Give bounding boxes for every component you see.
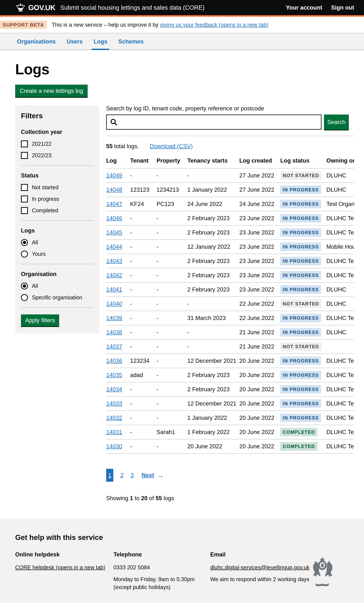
log-created-cell: 20 June 2022 xyxy=(239,443,280,450)
checkbox-icon[interactable] xyxy=(21,140,28,147)
your-account-link[interactable]: Your account xyxy=(286,4,322,11)
footer-telephone-column: Telephone 0333 202 5084 Monday to Friday… xyxy=(113,551,210,591)
owning-organisation-cell: DLUHC Tes xyxy=(326,315,354,321)
checkbox-icon[interactable] xyxy=(21,184,28,191)
status-badge: IN PROGRESS xyxy=(280,186,321,194)
table-row: 14042 - - 2 February 2023 23 June 2022 I… xyxy=(106,268,354,283)
log-id-link[interactable]: 14035 xyxy=(106,372,122,378)
log-id-link[interactable]: 14034 xyxy=(106,386,122,393)
filters-divider xyxy=(21,220,94,221)
checkbox-completed[interactable]: Completed xyxy=(21,207,94,214)
search-input[interactable] xyxy=(106,115,322,130)
create-lettings-log-button[interactable]: Create a new lettings log xyxy=(15,85,88,97)
status-badge: IN PROGRESS xyxy=(280,314,321,322)
nav-item-organisations[interactable]: Organisations xyxy=(15,33,58,50)
log-id-link[interactable]: 14037 xyxy=(106,343,122,350)
filters-panel: Filters Collection year 2021/22 2022/23 … xyxy=(15,105,99,334)
results-section: Search by log ID, tenant code, property … xyxy=(106,105,354,501)
log-id-link[interactable]: 14041 xyxy=(106,286,122,293)
total-logs-suffix: total logs. xyxy=(113,143,139,149)
log-id-link[interactable]: 14045 xyxy=(106,229,122,236)
tenant-cell: 123234 xyxy=(130,358,156,364)
footer-helpdesk-column: Online helpdesk CORE helpdesk (opens in … xyxy=(15,551,113,591)
main-content: Logs Create a new lettings log Filters C… xyxy=(0,50,364,501)
log-created-cell: 22 June 2022 xyxy=(239,315,280,321)
property-cell: - xyxy=(156,372,187,378)
log-id-link[interactable]: 14038 xyxy=(106,329,122,336)
filters-divider xyxy=(21,264,94,264)
radio-icon[interactable] xyxy=(21,294,28,301)
search-button[interactable]: Search xyxy=(324,115,349,130)
tenant-cell: - xyxy=(130,172,156,179)
tenancy-starts-cell: 20 June 2022 xyxy=(187,443,239,450)
checkbox-2021-22[interactable]: 2021/22 xyxy=(21,140,94,147)
log-id-link[interactable]: 14044 xyxy=(106,244,122,250)
tenant-cell: - xyxy=(130,343,156,350)
download-csv-link[interactable]: Download (CSV) xyxy=(150,143,193,150)
apply-filters-button[interactable]: Apply filters xyxy=(21,314,59,326)
checkbox-not-started[interactable]: Not started xyxy=(21,184,94,191)
service-name-link[interactable]: Submit social housing lettings and sales… xyxy=(60,4,286,11)
log-id-link[interactable]: 14048 xyxy=(106,186,122,193)
tenancy-starts-cell: - xyxy=(187,343,239,350)
tenancy-starts-cell: 2 February 2023 xyxy=(187,272,239,278)
radio-logs-yours[interactable]: Yours xyxy=(21,251,94,257)
feedback-link[interactable]: giving us your feedback (opens in a new … xyxy=(160,22,268,28)
phase-banner-text: This is a new service – help us improve … xyxy=(52,22,268,28)
sign-out-link[interactable]: Sign out xyxy=(331,4,354,11)
nav-item-logs[interactable]: Logs xyxy=(92,33,109,50)
email-link[interactable]: dluhc.digital-services@levellingup.gov.u… xyxy=(210,564,309,570)
owning-organisation-cell: Mobile Hou xyxy=(326,244,354,250)
tenant-cell: - xyxy=(130,329,156,336)
log-id-link[interactable]: 14040 xyxy=(106,301,122,307)
log-id-link[interactable]: 14030 xyxy=(106,443,122,450)
nav-item-schemes[interactable]: Schemes xyxy=(117,33,145,50)
checkbox-icon[interactable] xyxy=(21,152,28,159)
pagination-page-1-current[interactable]: 1 xyxy=(106,469,113,482)
col-owning-organisation: Owning organisation xyxy=(326,157,354,164)
page-title: Logs xyxy=(15,61,354,78)
nav-item-users[interactable]: Users xyxy=(65,33,85,50)
log-id-link[interactable]: 14049 xyxy=(106,172,122,179)
log-id-link[interactable]: 14046 xyxy=(106,215,122,221)
owning-organisation-cell: DLUHC Tes xyxy=(326,429,354,435)
telephone-note: (except public holidays) xyxy=(113,584,170,590)
status-badge: IN PROGRESS xyxy=(280,228,321,237)
pagination-page-3[interactable]: 3 xyxy=(130,472,134,478)
owning-organisation-cell: DLUHC Tes xyxy=(326,400,354,407)
log-created-cell: 27 June 2022 xyxy=(239,186,280,193)
checkbox-icon[interactable] xyxy=(21,207,28,214)
pagination-next-link[interactable]: Next xyxy=(141,472,154,478)
checkbox-in-progress[interactable]: In progress xyxy=(21,196,94,202)
log-id-link[interactable]: 14039 xyxy=(106,315,122,321)
radio-icon[interactable] xyxy=(21,251,28,257)
log-id-link[interactable]: 14047 xyxy=(106,201,122,207)
radio-specific-organisation[interactable]: Specific organisation xyxy=(21,294,94,301)
showing-suffix: logs xyxy=(162,495,174,501)
log-id-link[interactable]: 14036 xyxy=(106,358,122,364)
log-id-link[interactable]: 14033 xyxy=(106,400,122,407)
checkbox-icon[interactable] xyxy=(21,196,28,202)
pagination-page-2[interactable]: 2 xyxy=(120,472,123,478)
owning-organisation-cell: DLUHC Tes xyxy=(326,443,354,450)
status-badge: IN PROGRESS xyxy=(280,371,321,379)
email-heading: Email xyxy=(210,551,309,558)
checkbox-2022-23[interactable]: 2022/23 xyxy=(21,152,94,159)
log-id-link[interactable]: 14031 xyxy=(106,429,122,435)
tenant-cell: - xyxy=(130,443,156,450)
tenant-cell: 123123 xyxy=(130,186,156,193)
log-id-link[interactable]: 14032 xyxy=(106,415,122,421)
radio-logs-all[interactable]: All xyxy=(21,239,94,246)
core-helpdesk-link[interactable]: CORE helpdesk (opens in a new tab) xyxy=(15,564,105,570)
govuk-logo-link[interactable]: GOV.UK xyxy=(15,3,55,12)
log-id-link[interactable]: 14043 xyxy=(106,258,122,264)
radio-icon[interactable] xyxy=(21,239,28,246)
tenant-cell: - xyxy=(130,400,156,407)
log-id-link[interactable]: 14042 xyxy=(106,272,122,278)
primary-nav: Organisations Users Logs Schemes xyxy=(0,33,364,50)
property-cell: - xyxy=(156,329,187,336)
radio-icon[interactable] xyxy=(21,283,28,290)
radio-organisation-all[interactable]: All xyxy=(21,283,94,290)
log-created-cell: 21 June 2022 xyxy=(239,329,280,336)
table-row: 14034 - - 2 February 2023 20 June 2022 I… xyxy=(106,382,354,397)
